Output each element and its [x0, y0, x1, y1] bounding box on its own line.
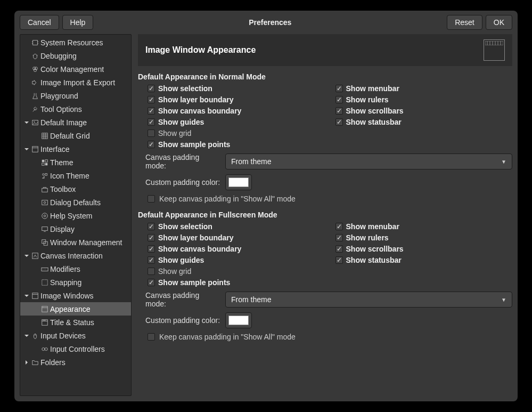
expander-icon[interactable] [23, 293, 30, 299]
tree-item-image-import-export[interactable]: Image Import & Export [20, 76, 131, 89]
checkbox[interactable] [148, 118, 155, 126]
checkbox[interactable] [335, 118, 343, 126]
tree-item-image-windows[interactable]: Image Windows [20, 289, 131, 302]
reset-button[interactable]: Reset [447, 15, 482, 30]
checkbox[interactable] [148, 333, 155, 341]
tree-item-canvas-interaction[interactable]: Canvas Interaction [20, 249, 131, 262]
tree-item-icon-theme[interactable]: Icon Theme [20, 169, 131, 182]
tree-item-input-devices[interactable]: Input Devices [20, 329, 131, 342]
tree-item-interface[interactable]: Interface [20, 142, 131, 156]
padding-color-button[interactable] [225, 174, 252, 190]
tree-item-toolbox[interactable]: Toolbox [20, 182, 131, 196]
tree-item-window-management[interactable]: Window Management [20, 236, 131, 249]
checkbox-row: Show sample points [148, 278, 325, 287]
checkbox[interactable] [148, 245, 155, 253]
svg-rect-36 [42, 268, 48, 271]
checkbox-label: Show statusbar [346, 256, 402, 264]
svg-point-51 [42, 348, 45, 350]
tree-item-tool-options[interactable]: Tool Options [20, 102, 131, 116]
dropdown-value: From theme [231, 295, 271, 304]
padding-mode-label: Canvas padding mode: [145, 153, 221, 170]
checkbox[interactable] [148, 268, 155, 275]
checkbox-label: Show scrollbars [346, 245, 404, 253]
expander-icon[interactable] [23, 146, 30, 152]
tree-item-theme[interactable]: Theme [20, 156, 131, 169]
right-column: Show menubar Show rulers Show scrollbars… [335, 84, 513, 149]
checkbox[interactable] [335, 85, 343, 92]
tree-item-label: Default Image [40, 118, 87, 127]
checkbox[interactable] [148, 195, 155, 203]
checkbox[interactable] [335, 223, 343, 230]
checkbox[interactable] [335, 107, 343, 115]
checkbox-label: Show layer boundary [158, 95, 234, 104]
tree-item-input-controllers[interactable]: Input Controllers [20, 342, 131, 356]
tree-item-label: Debugging [40, 52, 77, 60]
padding-mode-dropdown[interactable]: From theme ▼ [225, 154, 512, 169]
svg-rect-22 [42, 163, 44, 165]
checkbox-row: Show menubar [335, 222, 513, 231]
checkbox[interactable] [148, 130, 155, 137]
checkbox-label: Show selection [158, 222, 212, 231]
input-icon [31, 332, 39, 340]
expander-icon[interactable] [23, 119, 30, 126]
cancel-button[interactable]: Cancel [20, 15, 59, 30]
checkbox[interactable] [148, 85, 155, 92]
checkbox[interactable] [148, 279, 155, 286]
checkbox-row: Show menubar [335, 84, 513, 93]
tree-item-default-grid[interactable]: Default Grid [20, 129, 131, 142]
tree-item-label: Playground [40, 92, 78, 100]
ok-button[interactable]: OK [486, 15, 512, 30]
tree-item-color-management[interactable]: Color Management [20, 62, 131, 76]
bug-icon [31, 52, 39, 60]
checkbox-row: Show layer boundary [148, 95, 325, 104]
svg-point-28 [44, 201, 46, 204]
tree-item-label: Image Windows [40, 292, 94, 300]
tree-item-playground[interactable]: Playground [20, 89, 131, 102]
tree-item-snapping[interactable]: Snapping [20, 276, 131, 289]
help-button[interactable]: Help [62, 15, 94, 30]
section-normal: Default Appearance in Normal Mode Show s… [138, 72, 512, 203]
checkbox-row: Show sample points [148, 140, 325, 149]
checkbox-grid: Show selection Show layer boundary Show … [138, 84, 512, 149]
checkbox[interactable] [148, 96, 155, 103]
tree-item-debugging[interactable]: Debugging [20, 49, 131, 62]
checkbox[interactable] [148, 234, 155, 241]
tree-item-system-resources[interactable]: System Resources [20, 36, 131, 49]
tree-item-default-image[interactable]: Default Image [20, 116, 131, 129]
appearance-icon [40, 305, 49, 313]
tree-item-display[interactable]: Display [20, 222, 131, 236]
checkbox-label: Show scrollbars [346, 107, 404, 115]
chip-icon [31, 38, 39, 47]
tree-item-help-system[interactable]: Help System [20, 209, 131, 222]
checkbox[interactable] [148, 141, 155, 148]
tree-item-label: Tool Options [40, 105, 82, 114]
tree-item-title-status[interactable]: Title & Status [20, 316, 131, 329]
snap-icon [40, 278, 49, 287]
padding-mode-dropdown[interactable]: From theme ▼ [225, 292, 512, 308]
checkbox[interactable] [148, 256, 155, 264]
toolbox-icon [40, 185, 49, 193]
padding-color-button[interactable] [225, 312, 252, 328]
tree-item-folders[interactable]: Folders [20, 356, 131, 369]
tree-item-dialog-defaults[interactable]: Dialog Defaults [20, 196, 131, 209]
checkbox-label: Show layer boundary [158, 233, 234, 242]
category-tree[interactable]: System ResourcesDebuggingColor Managemen… [20, 34, 132, 396]
checkbox-label: Show sample points [158, 140, 230, 149]
checkbox[interactable] [148, 107, 155, 115]
tree-item-label: Default Grid [50, 132, 90, 140]
expander-icon[interactable] [23, 359, 30, 366]
left-column: Show selection Show layer boundary Show … [148, 84, 325, 149]
checkbox[interactable] [335, 234, 343, 241]
tree-item-modifiers[interactable]: Modifiers [20, 262, 131, 276]
expander-icon[interactable] [23, 333, 30, 339]
tree-item-appearance[interactable]: Appearance [20, 302, 131, 316]
padding-color-row: Custom padding color: [138, 312, 512, 328]
tree-item-label: Window Management [50, 238, 122, 247]
checkbox[interactable] [148, 223, 155, 230]
checkbox[interactable] [335, 245, 343, 253]
checkbox[interactable] [335, 96, 343, 103]
checkbox[interactable] [335, 256, 343, 264]
tree-item-label: Help System [50, 212, 92, 220]
dialog-header: Cancel Help Preferences Reset OK [14, 11, 518, 34]
expander-icon[interactable] [23, 253, 30, 259]
